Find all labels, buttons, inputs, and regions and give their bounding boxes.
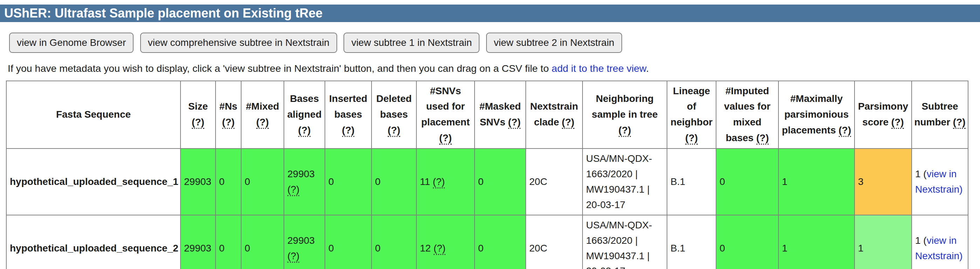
- help-icon: (?): [562, 117, 574, 129]
- bases-aligned-value: 29903: [287, 168, 315, 179]
- view-subtree-2-button[interactable]: view subtree 2 in Nextstrain: [486, 33, 622, 53]
- parsimony-score-cell: 3: [854, 149, 912, 215]
- page-title: UShER: Ultrafast Sample placement on Exi…: [4, 6, 323, 20]
- neighboring-sample-cell: USA/MN-QDX-1663/2020 | MW190437.1 | 20-0…: [582, 149, 667, 215]
- col-header-neighboring-sample: Neighboring sample in tree (?): [582, 81, 667, 149]
- masked-snvs-cell: 0: [474, 215, 526, 269]
- inserted-bases-cell: 0: [325, 149, 372, 215]
- neighboring-sample-cell: USA/MN-QDX-1663/2020 | MW190437.1 | 20-0…: [582, 215, 667, 269]
- help-icon: (?): [953, 117, 966, 129]
- col-header-fasta-sequence: Fasta Sequence: [6, 81, 180, 149]
- help-icon: (?): [685, 132, 698, 145]
- table-row-sequence-2: hypothetical_uploaded_sequence_2 29903 0…: [6, 215, 968, 269]
- snvs-used-value: 12: [420, 243, 431, 253]
- col-label: Inserted bases: [329, 93, 368, 120]
- help-icon: (?): [508, 117, 521, 129]
- col-label: Subtree number: [914, 101, 958, 128]
- help-icon: (?): [287, 184, 299, 196]
- inserted-bases-cell: 0: [325, 215, 372, 269]
- imputed-values-cell: 0: [716, 149, 778, 215]
- deleted-bases-cell: 0: [372, 149, 417, 215]
- help-icon: (?): [756, 132, 769, 145]
- col-label: Deleted bases: [376, 93, 412, 120]
- lineage-cell: B.1: [667, 215, 716, 269]
- help-icon: (?): [388, 125, 400, 137]
- subtree-number-prefix: 1 (: [915, 235, 927, 246]
- col-header-parsimony-score: Parsimony score (?): [854, 81, 912, 149]
- view-comprehensive-subtree-button[interactable]: view comprehensive subtree in Nextstrain: [140, 33, 337, 53]
- view-in-genome-browser-button[interactable]: view in Genome Browser: [9, 33, 134, 53]
- col-label: Neighboring sample in tree: [592, 93, 657, 120]
- help-icon: (?): [439, 132, 452, 145]
- help-icon: (?): [192, 117, 204, 129]
- col-label: #SNVs used for placement: [421, 85, 470, 128]
- help-icon: (?): [891, 117, 904, 129]
- nextstrain-clade-cell: 20C: [526, 215, 582, 269]
- metadata-note-text: If you have metadata you wish to display…: [8, 63, 552, 74]
- header-row: Fasta Sequence Size (?) #Ns (?) #Mixed (…: [6, 81, 968, 149]
- nextstrain-clade-cell: 20C: [526, 149, 582, 215]
- results-table: Fasta Sequence Size (?) #Ns (?) #Mixed (…: [6, 81, 969, 269]
- col-label: Size: [188, 101, 208, 112]
- view-subtree-1-button[interactable]: view subtree 1 in Nextstrain: [344, 33, 479, 53]
- subtree-number-suffix: ): [959, 184, 963, 195]
- ns-cell: 0: [216, 215, 241, 269]
- size-cell: 29903: [180, 215, 216, 269]
- bases-aligned-cell: 29903 (?): [284, 149, 325, 215]
- help-icon: (?): [222, 117, 235, 129]
- max-parsimonious-cell: 1: [778, 149, 854, 215]
- col-label: Fasta Sequence: [56, 109, 131, 120]
- col-label: Lineage of neighbor: [670, 85, 713, 128]
- help-icon: (?): [434, 243, 445, 255]
- toolbar: view in Genome Browser view comprehensiv…: [9, 33, 980, 53]
- col-header-mixed: #Mixed (?): [241, 81, 284, 149]
- help-icon: (?): [287, 250, 299, 263]
- ns-cell: 0: [216, 149, 241, 215]
- deleted-bases-cell: 0: [372, 215, 417, 269]
- col-header-inserted-bases: Inserted bases (?): [325, 81, 372, 149]
- metadata-note: If you have metadata you wish to display…: [8, 63, 980, 74]
- col-header-size: Size (?): [180, 81, 216, 149]
- subtree-number-cell: 1 (view in Nextstrain): [912, 149, 968, 215]
- subtree-number-prefix: 1 (: [915, 168, 927, 179]
- col-header-bases-aligned: Bases aligned (?): [284, 81, 325, 149]
- col-header-nextstrain-clade: Nextstrain clade (?): [526, 81, 582, 149]
- col-header-masked-snvs: #Masked SNVs (?): [474, 81, 526, 149]
- col-label: #Mixed: [246, 101, 279, 112]
- subtree-number-cell: 1 (view in Nextstrain): [912, 215, 968, 269]
- max-parsimonious-cell: 1: [778, 215, 854, 269]
- help-icon: (?): [298, 125, 311, 137]
- help-icon: (?): [342, 125, 355, 137]
- parsimony-score-cell: 1: [854, 215, 912, 269]
- help-icon: (?): [433, 176, 445, 188]
- masked-snvs-cell: 0: [474, 149, 526, 215]
- metadata-note-period: .: [646, 63, 649, 74]
- snvs-used-cell: 12 (?): [417, 215, 474, 269]
- help-icon: (?): [256, 117, 269, 129]
- mixed-cell: 0: [241, 215, 284, 269]
- col-label: Bases aligned: [287, 93, 321, 120]
- mixed-cell: 0: [241, 149, 284, 215]
- snvs-used-value: 11: [420, 176, 430, 187]
- col-header-deleted-bases: Deleted bases (?): [372, 81, 417, 149]
- help-icon: (?): [619, 125, 631, 137]
- col-header-snvs-used: #SNVs used for placement (?): [417, 81, 474, 149]
- bases-aligned-value: 29903: [287, 235, 315, 246]
- col-label: #Ns: [220, 101, 237, 112]
- help-icon: (?): [839, 125, 851, 137]
- fasta-sequence-name: hypothetical_uploaded_sequence_2: [6, 215, 180, 269]
- add-csv-to-tree-view-link[interactable]: add it to the tree view: [552, 63, 646, 74]
- col-header-max-parsimonious: #Maximally parsimonious placements (?): [778, 81, 854, 149]
- bases-aligned-cell: 29903 (?): [284, 215, 325, 269]
- snvs-used-cell: 11 (?): [417, 149, 474, 215]
- col-header-lineage-of-neighbor: Lineage of neighbor (?): [667, 81, 716, 149]
- subtree-number-suffix: ): [959, 250, 963, 261]
- table-row-sequence-1: hypothetical_uploaded_sequence_1 29903 0…: [6, 149, 968, 215]
- size-cell: 29903: [180, 149, 216, 215]
- app-header-bar: UShER: Ultrafast Sample placement on Exi…: [0, 5, 980, 22]
- results-table-container: Fasta Sequence Size (?) #Ns (?) #Mixed (…: [6, 81, 980, 269]
- col-header-ns: #Ns (?): [216, 81, 241, 149]
- imputed-values-cell: 0: [716, 215, 778, 269]
- lineage-cell: B.1: [667, 149, 716, 215]
- fasta-sequence-name: hypothetical_uploaded_sequence_1: [6, 149, 180, 215]
